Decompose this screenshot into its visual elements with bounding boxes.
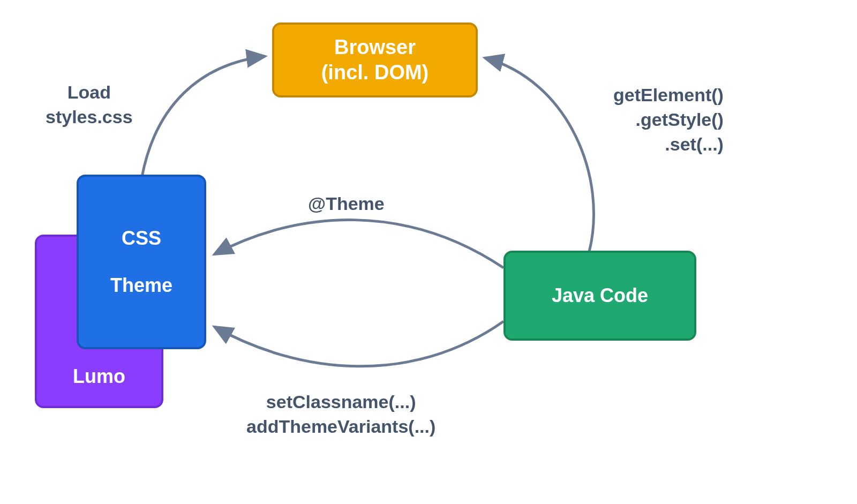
node-java-code: Java Code xyxy=(503,251,696,341)
node-css-theme-line1: CSS xyxy=(122,227,161,250)
label-set-classname-line1: setClassname(...) xyxy=(246,390,435,415)
label-set-classname-line2: addThemeVariants(...) xyxy=(246,415,435,439)
node-java-label: Java Code xyxy=(552,284,648,307)
node-browser-line2: (incl. DOM) xyxy=(321,60,429,86)
node-browser-line1: Browser xyxy=(334,35,416,61)
label-set-classname: setClassname(...) addThemeVariants(...) xyxy=(246,390,435,439)
node-css-theme: CSS Theme xyxy=(77,175,206,349)
label-get-element-line3: .set(...) xyxy=(613,132,724,157)
label-theme-text: @Theme xyxy=(308,192,385,216)
label-get-element-line1: getElement() xyxy=(613,83,724,108)
arrow-java-to-css-theme xyxy=(214,220,503,268)
node-lumo-label: Lumo xyxy=(73,365,125,388)
label-load-line1: Load xyxy=(46,80,133,105)
label-get-element-line2: .getStyle() xyxy=(613,108,724,132)
arrow-css-to-browser xyxy=(142,56,265,177)
label-load-styles: Load styles.css xyxy=(46,80,133,130)
label-load-line2: styles.css xyxy=(46,105,133,130)
arrow-java-to-browser xyxy=(485,58,593,252)
label-get-element: getElement() .getStyle() .set(...) xyxy=(613,83,724,157)
node-css-theme-line2: Theme xyxy=(110,274,172,297)
node-browser: Browser (incl. DOM) xyxy=(272,22,478,97)
arrow-java-to-css-classname xyxy=(214,321,503,366)
label-theme-annotation: @Theme xyxy=(308,192,385,216)
